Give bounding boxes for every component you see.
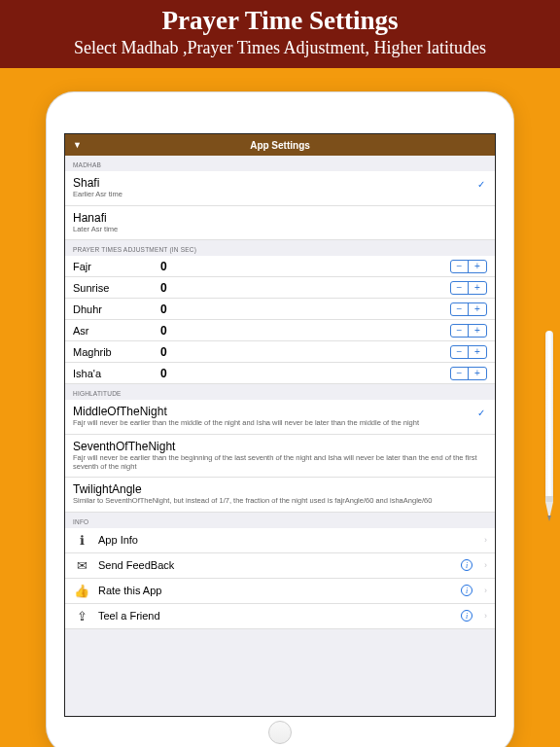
prayer-value: 0 bbox=[160, 367, 429, 380]
info-badge-icon: i bbox=[461, 585, 472, 596]
prayer-value: 0 bbox=[160, 324, 429, 338]
prayer-value: 0 bbox=[160, 345, 429, 359]
highlat-option[interactable]: MiddleOfTheNightFajr will never be earli… bbox=[65, 400, 495, 435]
chevron-right-icon: › bbox=[484, 560, 487, 570]
highlat-option[interactable]: TwilightAngleSimilar to SeventhOfTheNigh… bbox=[65, 478, 495, 513]
check-icon: ✓ bbox=[477, 179, 485, 190]
section-header-highlat: HIGHLATITUDE bbox=[65, 384, 495, 400]
stepper-minus[interactable]: − bbox=[451, 325, 469, 337]
stepper-minus[interactable]: − bbox=[451, 368, 469, 379]
section-header-adjust: PRAYER TIMES ADJUSTMENT (IN SEC) bbox=[65, 240, 495, 256]
adjust-row: Dhuhr0−+ bbox=[65, 299, 495, 320]
stepper-plus[interactable]: + bbox=[469, 261, 486, 272]
check-icon: ✓ bbox=[477, 408, 485, 418]
madhab-sub: Later Asr time bbox=[73, 226, 118, 234]
info-row-icon: ℹ bbox=[73, 531, 90, 549]
prayer-name: Dhuhr bbox=[73, 303, 160, 315]
highlat-option[interactable]: SeventhOfTheNightFajr will never be earl… bbox=[65, 435, 495, 478]
prayer-value: 0 bbox=[160, 281, 429, 295]
stepper-plus[interactable]: + bbox=[469, 325, 486, 337]
stepper[interactable]: −+ bbox=[450, 324, 487, 338]
chevron-right-icon: › bbox=[484, 535, 487, 545]
banner-subtitle: Select Madhab ,Prayer Times Adjustment, … bbox=[0, 38, 560, 58]
info-row-label: Send FeedBack bbox=[98, 559, 453, 571]
madhab-option[interactable]: ShafiEarlier Asr time✓ bbox=[65, 171, 495, 206]
apple-pencil bbox=[542, 331, 556, 535]
highlat-name: SeventhOfTheNight bbox=[73, 440, 175, 453]
promo-banner: Prayer Time Settings Select Madhab ,Pray… bbox=[0, 0, 560, 68]
madhab-name: Hanafi bbox=[73, 211, 107, 225]
prayer-name: Sunrise bbox=[73, 282, 160, 294]
info-row-icon: 👍 bbox=[73, 582, 90, 599]
back-icon[interactable]: ▼ bbox=[73, 140, 82, 150]
highlat-sub: Similar to SeventhOfTheNight, but instea… bbox=[73, 497, 432, 506]
ipad-home-button bbox=[268, 721, 292, 744]
stepper-minus[interactable]: − bbox=[451, 346, 469, 358]
info-badge-icon: i bbox=[461, 559, 472, 571]
highlat-sub: Fajr will never be earlier than the midd… bbox=[73, 419, 419, 428]
info-row-icon: ⇪ bbox=[73, 607, 90, 624]
info-row-label: App Info bbox=[98, 534, 476, 546]
highlat-name: MiddleOfTheNight bbox=[73, 405, 167, 418]
stepper[interactable]: −+ bbox=[450, 260, 487, 273]
nav-bar: ▼ App Settings bbox=[65, 134, 495, 156]
prayer-name: Maghrib bbox=[73, 346, 160, 358]
highlat-name: TwilightAngle bbox=[73, 482, 142, 496]
info-row-label: Rate this App bbox=[98, 585, 453, 596]
stepper-minus[interactable]: − bbox=[451, 303, 469, 315]
adjust-row: Sunrise0−+ bbox=[65, 277, 495, 299]
stepper[interactable]: −+ bbox=[450, 281, 487, 295]
info-row[interactable]: ℹApp Info› bbox=[65, 528, 495, 553]
info-row-icon: ✉ bbox=[73, 556, 90, 574]
chevron-right-icon: › bbox=[484, 611, 487, 621]
section-header-madhab: MADHAB bbox=[65, 156, 495, 171]
stepper-plus[interactable]: + bbox=[469, 368, 486, 379]
stepper-plus[interactable]: + bbox=[469, 346, 486, 358]
adjust-row: Asr0−+ bbox=[65, 320, 495, 341]
prayer-name: Isha'a bbox=[73, 368, 160, 379]
madhab-option[interactable]: HanafiLater Asr time bbox=[65, 206, 495, 241]
chevron-right-icon: › bbox=[484, 586, 487, 595]
stepper[interactable]: −+ bbox=[450, 345, 487, 359]
prayer-value: 0 bbox=[160, 260, 429, 273]
app-screen: ▼ App Settings MADHAB ShafiEarlier Asr t… bbox=[64, 133, 496, 717]
ipad-frame: ▼ App Settings MADHAB ShafiEarlier Asr t… bbox=[47, 92, 513, 747]
adjust-row: Maghrib0−+ bbox=[65, 341, 495, 363]
madhab-sub: Earlier Asr time bbox=[73, 191, 122, 199]
section-header-info: INFO bbox=[65, 513, 495, 528]
stepper-plus[interactable]: + bbox=[469, 282, 486, 294]
stepper-plus[interactable]: + bbox=[469, 303, 486, 315]
stepper[interactable]: −+ bbox=[450, 302, 487, 316]
adjust-row: Fajr0−+ bbox=[65, 256, 495, 277]
info-badge-icon: i bbox=[461, 610, 472, 622]
highlat-sub: Fajr will never be earlier than the begi… bbox=[73, 454, 487, 471]
banner-title: Prayer Time Settings bbox=[0, 6, 560, 36]
prayer-value: 0 bbox=[160, 302, 429, 316]
info-row[interactable]: ✉Send FeedBacki› bbox=[65, 553, 495, 579]
stepper-minus[interactable]: − bbox=[451, 282, 469, 294]
info-row-label: Teel a Friend bbox=[98, 610, 453, 622]
madhab-name: Shafi bbox=[73, 176, 99, 190]
info-row[interactable]: 👍Rate this Appi› bbox=[65, 579, 495, 604]
info-row[interactable]: ⇪Teel a Friendi› bbox=[65, 604, 495, 629]
stepper[interactable]: −+ bbox=[450, 367, 487, 380]
stepper-minus[interactable]: − bbox=[451, 261, 469, 272]
adjust-row: Isha'a0−+ bbox=[65, 363, 495, 384]
prayer-name: Fajr bbox=[73, 261, 160, 272]
nav-title: App Settings bbox=[250, 140, 310, 151]
prayer-name: Asr bbox=[73, 325, 160, 337]
